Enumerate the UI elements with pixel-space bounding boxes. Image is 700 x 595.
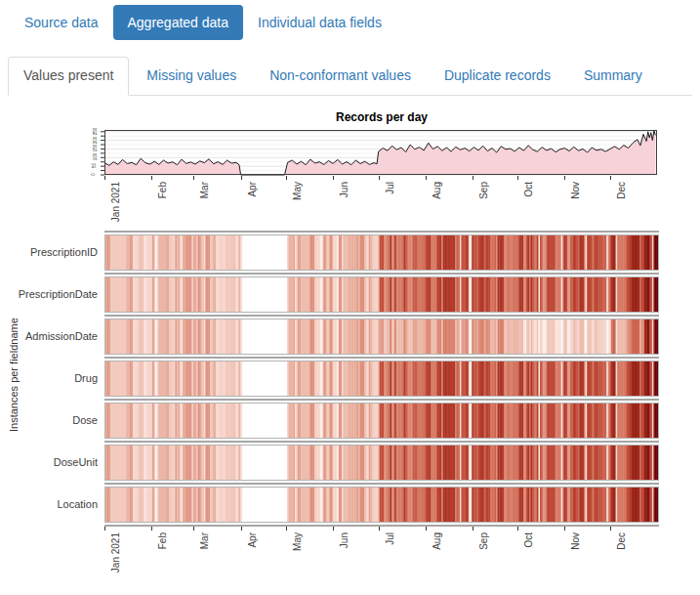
heatmap-row-label-prescriptiondate: PrescriptionDate xyxy=(0,288,98,300)
heatmap-strip-drug xyxy=(104,361,659,397)
heatmap-x-tick-label: Nov xyxy=(570,532,581,550)
heatmap-x-tick xyxy=(473,527,474,531)
records-chart-x-tick-label: Mar xyxy=(199,182,210,198)
heatmap-x-tick xyxy=(286,527,287,531)
heatmap-x-tick-label: Aug xyxy=(432,532,442,550)
heatmap-row-label-dose: Dose xyxy=(0,414,98,426)
records-chart-y-tick-label: 100 xyxy=(93,153,98,161)
records-chart-x-tick-label: Jan 2021 xyxy=(110,182,121,222)
heatmap-row-separator xyxy=(104,483,659,485)
heatmap-row-separator xyxy=(104,441,659,443)
records-chart-x-tick xyxy=(473,176,474,180)
records-chart-x-tick-label: Dec xyxy=(616,182,627,199)
heatmap-strip-doseunit xyxy=(104,445,659,481)
heatmap-strip-canvas xyxy=(105,404,658,438)
heatmap-row-separator xyxy=(104,231,659,233)
records-chart-x-tick xyxy=(379,176,380,180)
heatmap-x-tick-label: May xyxy=(292,532,303,551)
heatmap-x-axis-line xyxy=(104,525,659,527)
records-chart-y-tick-label: 200 xyxy=(93,136,98,144)
heatmap-x-tick-label: Oct xyxy=(523,532,534,548)
records-per-day-title: Records per day xyxy=(104,110,659,124)
aggregated-data-tabs: Values presentMissing valuesNon-conforma… xyxy=(8,56,692,96)
heatmap-strip-canvas xyxy=(105,488,658,522)
records-chart-x-tick xyxy=(564,176,565,180)
heatmap-row-label-prescriptionid: PrescriptionID xyxy=(0,246,98,258)
heatmap-row-label-location: Location xyxy=(0,498,98,510)
heatmap-strip-canvas xyxy=(105,235,658,270)
heatmap-strip-prescriptionid xyxy=(104,234,659,271)
heatmap-x-tick-label: Jun xyxy=(339,532,350,548)
heatmap-x-tick-label: Jul xyxy=(385,532,395,545)
heatmap-strip-canvas xyxy=(105,319,658,354)
records-chart-y-tick-label: 50 xyxy=(92,163,97,168)
heatmap-x-tick-label: Apr xyxy=(247,532,258,548)
heatmap-row-separator xyxy=(104,273,659,275)
records-per-day-chart xyxy=(104,130,659,175)
records-chart-x-tick-label: Sep xyxy=(478,182,489,199)
heatmap-row-label-drug: Drug xyxy=(0,372,98,384)
records-chart-x-tick-label: Nov xyxy=(570,182,581,199)
heatmap-strip-canvas xyxy=(105,361,658,396)
heatmap-x-tick xyxy=(426,527,427,531)
top-nav-pills: Source dataAggregated dataIndividual dat… xyxy=(10,5,396,40)
heatmap-strip-prescriptiondate xyxy=(104,276,659,313)
records-chart-x-tick xyxy=(286,176,287,180)
tab-non-conformant-values[interactable]: Non-conformant values xyxy=(254,57,427,96)
tab-missing-values[interactable]: Missing values xyxy=(131,57,252,96)
heatmap-x-tick-label: Dec xyxy=(616,532,627,550)
records-chart-x-tick-label: Feb xyxy=(157,182,168,198)
records-chart-x-tick xyxy=(426,176,427,180)
records-chart-x-tick-label: Jun xyxy=(339,182,350,197)
heatmap-row-label-admissiondate: AdmissionDate xyxy=(0,330,98,342)
heatmap-x-tick-label: Jan 2021 xyxy=(110,532,121,573)
records-chart-x-tick-label: Apr xyxy=(247,182,258,197)
records-chart-x-tick-label: Aug xyxy=(432,182,442,199)
records-chart-x-tick xyxy=(104,176,105,180)
heatmap-x-tick xyxy=(379,527,380,531)
heatmap-x-tick xyxy=(241,527,242,531)
heatmap-row-separator xyxy=(104,315,659,317)
tab-summary[interactable]: Summary xyxy=(568,57,658,96)
nav-pill-individual-data-fields[interactable]: Individual data fields xyxy=(243,5,396,40)
heatmap-strip-canvas xyxy=(105,446,658,480)
tab-values-present[interactable]: Values present xyxy=(8,57,129,96)
records-chart-x-tick xyxy=(517,176,518,180)
records-chart-x-tick-label: Oct xyxy=(523,182,534,197)
records-chart-x-tick xyxy=(151,176,152,180)
heatmap-x-tick xyxy=(151,527,152,531)
tab-duplicate-records[interactable]: Duplicate records xyxy=(429,57,566,96)
heatmap-x-tick xyxy=(193,527,194,531)
heatmap-strip-canvas xyxy=(105,277,658,312)
records-chart-x-tick xyxy=(610,176,611,180)
records-chart-y-tick-label: 0 xyxy=(91,173,96,176)
heatmap-x-tick-label: Feb xyxy=(157,532,168,549)
heatmap-row-label-doseunit: DoseUnit xyxy=(0,456,98,468)
heatmap-strip-admissiondate xyxy=(104,319,659,355)
heatmap-strip-dose xyxy=(104,403,659,439)
nav-pill-source-data[interactable]: Source data xyxy=(10,5,113,40)
heatmap-row-separator xyxy=(104,399,659,401)
heatmap-x-tick-label: Sep xyxy=(478,532,489,550)
records-chart-x-tick-label: May xyxy=(292,182,303,200)
heatmap-strip-location xyxy=(104,487,659,523)
records-chart-y-tick-label: 150 xyxy=(93,145,98,152)
records-chart-x-tick xyxy=(241,176,242,180)
report-page: Source dataAggregated dataIndividual dat… xyxy=(0,0,700,595)
records-chart-x-tick xyxy=(333,176,334,180)
heatmap-x-tick xyxy=(517,527,518,531)
heatmap-x-tick-label: Mar xyxy=(199,532,210,549)
heatmap-x-tick xyxy=(610,527,611,531)
heatmap-x-tick xyxy=(333,527,334,531)
records-chart-x-tick-label: Jul xyxy=(385,182,395,194)
nav-pill-aggregated-data[interactable]: Aggregated data xyxy=(113,5,244,40)
heatmap-x-tick xyxy=(564,527,565,531)
heatmap-x-tick xyxy=(104,527,105,531)
heatmap-row-separator xyxy=(104,357,659,359)
records-chart-x-tick xyxy=(193,176,194,180)
records-chart-y-tick-label: 250 xyxy=(93,128,98,136)
